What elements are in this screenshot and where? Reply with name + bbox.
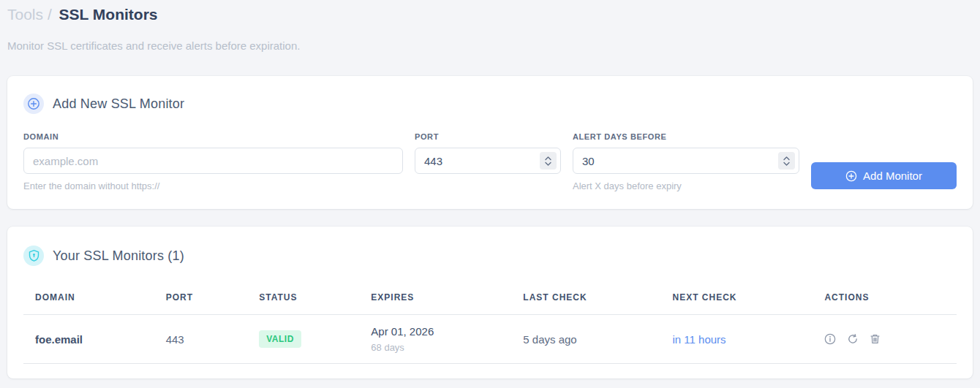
column-header-status: STATUS — [247, 284, 359, 315]
monitor-domain: foe.email — [23, 315, 154, 364]
monitors-table: DOMAIN PORT STATUS EXPIRES LAST CHECK NE… — [23, 284, 957, 364]
column-header-port: PORT — [154, 284, 248, 315]
breadcrumb: Tools / SSL Monitors — [7, 4, 973, 24]
table-row: foe.email 443 VALID Apr 01, 2026 68 days… — [23, 315, 957, 364]
alert-days-label: ALERT DAYS BEFORE — [573, 132, 799, 141]
status-badge: VALID — [259, 330, 301, 348]
monitors-card: Your SSL Monitors (1) DOMAIN PORT STATUS… — [7, 227, 973, 379]
port-stepper[interactable] — [540, 152, 557, 170]
plus-circle-icon — [845, 170, 857, 182]
alert-days-stepper[interactable] — [778, 152, 795, 170]
monitor-actions-cell — [813, 315, 957, 364]
ssl-monitors-page: Tools / SSL Monitors Monitor SSL certifi… — [0, 0, 980, 379]
add-monitor-card: Add New SSL Monitor DOMAIN Enter the dom… — [7, 76, 973, 209]
column-header-domain: DOMAIN — [23, 284, 154, 315]
port-field-group: PORT — [415, 132, 561, 174]
alert-days-input[interactable] — [573, 148, 799, 174]
domain-label: DOMAIN — [23, 132, 403, 141]
info-button[interactable] — [824, 333, 836, 345]
alert-days-helper: Alert X days before expiry — [573, 180, 799, 191]
column-header-last-check: LAST CHECK — [511, 284, 660, 315]
monitors-title: Your SSL Monitors (1) — [53, 248, 184, 264]
plus-circle-icon — [23, 94, 44, 114]
add-monitor-button-label: Add Monitor — [863, 170, 922, 182]
column-header-expires: EXPIRES — [359, 284, 511, 315]
port-input[interactable] — [415, 148, 561, 174]
monitor-status-cell: VALID — [247, 315, 359, 364]
add-monitor-form: DOMAIN Enter the domain without https://… — [23, 132, 957, 191]
refresh-icon — [847, 333, 859, 345]
port-label: PORT — [415, 132, 561, 141]
domain-input[interactable] — [23, 148, 403, 174]
add-monitor-card-header: Add New SSL Monitor — [23, 94, 957, 114]
breadcrumb-parent[interactable]: Tools — [7, 6, 43, 23]
add-monitor-button[interactable]: Add Monitor — [811, 162, 957, 189]
refresh-button[interactable] — [847, 333, 859, 345]
shield-icon — [23, 246, 44, 266]
add-monitor-title: Add New SSL Monitor — [53, 96, 184, 112]
alert-days-field-group: ALERT DAYS BEFORE Alert X days before ex… — [573, 132, 799, 191]
page-title: SSL Monitors — [59, 6, 158, 23]
trash-icon — [870, 333, 881, 345]
delete-button[interactable] — [870, 333, 881, 345]
column-header-next-check: NEXT CHECK — [660, 284, 813, 315]
page-subtitle: Monitor SSL certificates and receive ale… — [7, 39, 973, 52]
expires-date: Apr 01, 2026 — [371, 325, 500, 338]
monitor-expires-cell: Apr 01, 2026 68 days — [359, 315, 511, 364]
expires-days-remaining: 68 days — [371, 342, 500, 353]
column-header-actions: ACTIONS — [813, 284, 957, 315]
monitors-card-header: Your SSL Monitors (1) — [23, 246, 957, 266]
domain-helper: Enter the domain without https:// — [23, 180, 403, 191]
table-header-row: DOMAIN PORT STATUS EXPIRES LAST CHECK NE… — [23, 284, 957, 315]
breadcrumb-separator: / — [48, 6, 52, 23]
monitor-port: 443 — [154, 315, 248, 364]
domain-field-group: DOMAIN Enter the domain without https:// — [23, 132, 403, 191]
monitor-next-check: in 11 hours — [660, 315, 813, 364]
monitor-last-check: 5 days ago — [511, 315, 660, 364]
info-icon — [824, 333, 836, 345]
